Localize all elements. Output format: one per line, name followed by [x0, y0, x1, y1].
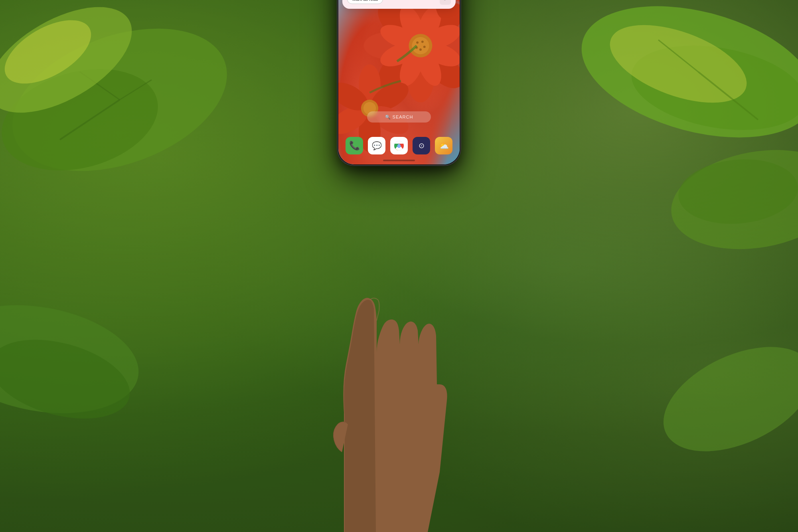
svg-point-41 [416, 42, 419, 44]
phone-wrapper: 3:55 📳 ⬡ ▲ ▐▐▐ 68% [337, 0, 461, 166]
svg-point-40 [412, 37, 429, 54]
svg-point-70 [398, 145, 400, 146]
weather-app-icon: ⛅ [439, 141, 449, 150]
svg-point-16 [647, 326, 798, 473]
expand-button[interactable]: ⤢ [440, 0, 451, 5]
messages-app-icon: 💬 [372, 141, 382, 150]
svg-point-43 [423, 45, 426, 48]
home-indicator[interactable] [383, 160, 415, 161]
phone-screen: 3:55 📳 ⬡ ▲ ▐▐▐ 68% [338, 0, 460, 164]
notification-card: Telegram • Telegram • now 🔔 ▾ [342, 0, 456, 9]
expand-icon: ⤢ [444, 0, 447, 2]
phone-app-icon: 📞 [349, 140, 360, 151]
dock-weather-app[interactable]: ⛅ [435, 137, 452, 154]
phone-body: 3:55 📳 ⬡ ▲ ▐▐▐ 68% [337, 0, 461, 166]
search-label: SEARCH [393, 115, 413, 119]
drupe-app-icon: ⊙ [419, 141, 425, 150]
app-dock: 📞 💬 [346, 137, 452, 154]
mark-as-read-button[interactable]: Mark as read [347, 0, 383, 4]
notification-footer: Mark as read ⤢ [347, 0, 451, 5]
dock-phone-app[interactable]: 📞 [346, 137, 363, 154]
dock-drupe-app[interactable]: ⊙ [413, 137, 430, 154]
dock-messages-app[interactable]: 💬 [368, 137, 385, 154]
search-bar[interactable]: 🔍 SEARCH [367, 111, 431, 123]
chrome-app-icon [394, 140, 404, 151]
svg-point-44 [419, 48, 422, 51]
search-icon: 🔍 [385, 115, 391, 120]
svg-point-42 [421, 41, 424, 43]
dock-chrome-app[interactable] [390, 137, 408, 154]
hand [272, 193, 512, 532]
